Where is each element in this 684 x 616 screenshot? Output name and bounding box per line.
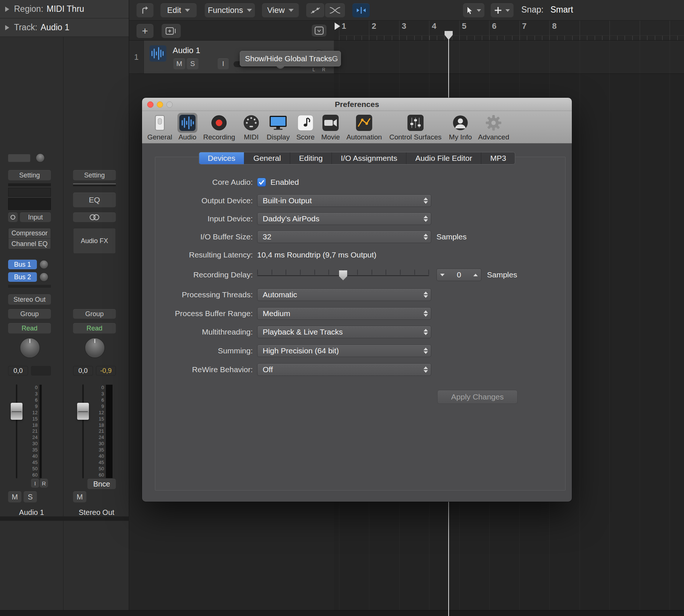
record-enable-button[interactable]: R bbox=[40, 479, 48, 488]
recording-delay-stepper[interactable]: 0 bbox=[436, 269, 481, 281]
add-track-button[interactable]: + bbox=[137, 24, 153, 38]
process-buffer-range-select[interactable]: Medium bbox=[257, 307, 431, 320]
preferences-titlebar[interactable]: Preferences bbox=[142, 98, 572, 111]
prefs-tab-control-surfaces[interactable]: Control Surfaces bbox=[389, 113, 442, 141]
send-slot-empty[interactable] bbox=[8, 285, 51, 288]
pan-knob[interactable] bbox=[20, 338, 40, 358]
pointer-tool-menu[interactable] bbox=[463, 3, 484, 17]
global-tracks-button[interactable] bbox=[312, 25, 327, 37]
volume-value[interactable]: 0,0 bbox=[8, 366, 28, 376]
send-knob[interactable] bbox=[39, 272, 49, 282]
checkmark-icon bbox=[259, 180, 265, 185]
scale-number: 50 bbox=[99, 466, 104, 471]
prefs-tab-my-info[interactable]: My Info bbox=[449, 113, 472, 141]
mute-button[interactable]: M bbox=[8, 491, 21, 502]
automation-toggle-button[interactable] bbox=[306, 3, 324, 17]
io-buffer-select[interactable]: 32 bbox=[257, 231, 431, 243]
level-meter bbox=[106, 384, 113, 478]
functions-menu[interactable]: Functions bbox=[205, 3, 255, 17]
autopunch-button[interactable] bbox=[352, 3, 370, 17]
audio-fx-box[interactable]: Audio FX bbox=[73, 228, 116, 254]
snap-value-menu[interactable]: Smart bbox=[550, 5, 573, 15]
output-button[interactable]: Stereo Out bbox=[8, 294, 51, 305]
track-name[interactable]: Audio 1 bbox=[173, 46, 200, 55]
automation-mode-button[interactable]: Read bbox=[73, 323, 116, 333]
stepper-decrement[interactable] bbox=[437, 269, 448, 281]
rewire-select[interactable]: Off bbox=[257, 363, 431, 376]
mute-button[interactable]: M bbox=[73, 491, 86, 502]
disclosure-triangle-icon[interactable] bbox=[5, 25, 9, 30]
insert-slot[interactable]: Compressor bbox=[8, 228, 51, 239]
track-header-row[interactable]: 1 Audio 1 M S I L R Show/Hide Global Tra… bbox=[129, 41, 334, 74]
duplicate-track-button[interactable] bbox=[162, 24, 181, 38]
strip-input-button[interactable]: Input bbox=[20, 212, 51, 222]
automation-mode-button[interactable]: Read bbox=[8, 323, 51, 333]
multithreading-select[interactable]: Playback & Live Tracks bbox=[257, 326, 431, 338]
solo-button[interactable]: S bbox=[24, 491, 37, 502]
volume-value[interactable]: 0,0 bbox=[73, 366, 93, 376]
region-header[interactable]: Region: MIDI Thru bbox=[0, 0, 129, 18]
stereo-format-button[interactable] bbox=[73, 212, 116, 222]
eq-display[interactable] bbox=[8, 198, 51, 210]
volume-fader-track[interactable] bbox=[82, 384, 84, 478]
zoom-button[interactable] bbox=[166, 101, 173, 108]
prefs-tab-automation[interactable]: Automation bbox=[346, 113, 382, 141]
send-knob[interactable] bbox=[39, 260, 49, 269]
input-monitor-button[interactable]: I bbox=[31, 479, 39, 488]
prefs-tab-score[interactable]: Score bbox=[296, 113, 315, 141]
flex-toggle-button[interactable] bbox=[325, 3, 345, 17]
pan-knob[interactable] bbox=[84, 338, 105, 358]
eq-display-top[interactable] bbox=[8, 188, 51, 197]
send-slot-bus2[interactable]: Bus 2 bbox=[8, 272, 37, 282]
apply-changes-button[interactable]: Apply Changes bbox=[437, 390, 518, 404]
prefs-tab-advanced[interactable]: Advanced bbox=[478, 113, 509, 141]
group-button[interactable]: Group bbox=[73, 309, 116, 319]
recording-delay-slider[interactable] bbox=[257, 269, 429, 281]
tab-io-assignments[interactable]: I/O Assignments bbox=[332, 152, 407, 164]
gain-knob[interactable] bbox=[35, 153, 45, 163]
prefs-tab-midi[interactable]: MIDI bbox=[241, 113, 261, 141]
summing-select[interactable]: High Precision (64 bit) bbox=[257, 345, 431, 357]
bounce-button[interactable]: Bnce bbox=[87, 479, 116, 489]
view-menu[interactable]: View bbox=[262, 3, 299, 17]
secondary-tool-menu[interactable] bbox=[491, 3, 514, 17]
send-slot-bus1[interactable]: Bus 1 bbox=[8, 260, 37, 269]
volume-fader-track[interactable] bbox=[16, 384, 17, 478]
library-back-button[interactable] bbox=[137, 3, 153, 17]
core-audio-checkbox[interactable] bbox=[257, 178, 266, 187]
insert-slot[interactable]: Channel EQ bbox=[8, 239, 51, 249]
prefs-tab-general[interactable]: General bbox=[147, 113, 172, 141]
input-format-button[interactable] bbox=[8, 212, 18, 222]
strip-setting-button[interactable]: Setting bbox=[8, 170, 51, 180]
recording-delay-value[interactable]: 0 bbox=[448, 270, 470, 279]
tab-devices[interactable]: Devices bbox=[199, 152, 245, 164]
tab-audio-file-editor[interactable]: Audio File Editor bbox=[407, 152, 481, 164]
prefs-tab-display[interactable]: Display bbox=[267, 113, 290, 141]
track-mute-button[interactable]: M bbox=[173, 58, 185, 69]
bar-ruler[interactable]: 12345678 bbox=[334, 21, 684, 41]
tab-editing[interactable]: Editing bbox=[290, 152, 332, 164]
track-header[interactable]: Track: Audio 1 bbox=[0, 18, 129, 37]
track-input-monitor-button[interactable]: I bbox=[218, 58, 229, 69]
tab-general[interactable]: General bbox=[245, 152, 290, 164]
track-solo-button[interactable]: S bbox=[187, 58, 198, 69]
slider-thumb[interactable] bbox=[339, 270, 347, 280]
prefs-tab-recording[interactable]: Recording bbox=[203, 113, 235, 141]
close-button[interactable] bbox=[147, 101, 153, 108]
output-device-select[interactable]: Built-in Output bbox=[257, 194, 431, 207]
eq-button[interactable]: EQ bbox=[73, 193, 116, 207]
input-device-select[interactable]: Daddy’s AirPods bbox=[257, 212, 431, 225]
tab-mp3[interactable]: MP3 bbox=[481, 152, 515, 164]
strip-setting-button[interactable]: Setting bbox=[73, 170, 116, 180]
stepper-increment[interactable] bbox=[470, 269, 481, 281]
prefs-tab-audio[interactable]: Audio bbox=[177, 113, 197, 141]
group-button[interactable]: Group bbox=[8, 309, 51, 319]
edit-menu[interactable]: Edit bbox=[160, 3, 197, 17]
prefs-tab-movie[interactable]: Movie bbox=[321, 113, 341, 141]
disclosure-triangle-icon[interactable] bbox=[5, 7, 9, 12]
processing-threads-select[interactable]: Automatic bbox=[257, 288, 431, 301]
track-lane[interactable] bbox=[334, 41, 684, 74]
volume-fader-handle[interactable] bbox=[11, 403, 23, 420]
volume-fader-handle[interactable] bbox=[77, 403, 89, 420]
minimize-button[interactable] bbox=[157, 101, 163, 108]
